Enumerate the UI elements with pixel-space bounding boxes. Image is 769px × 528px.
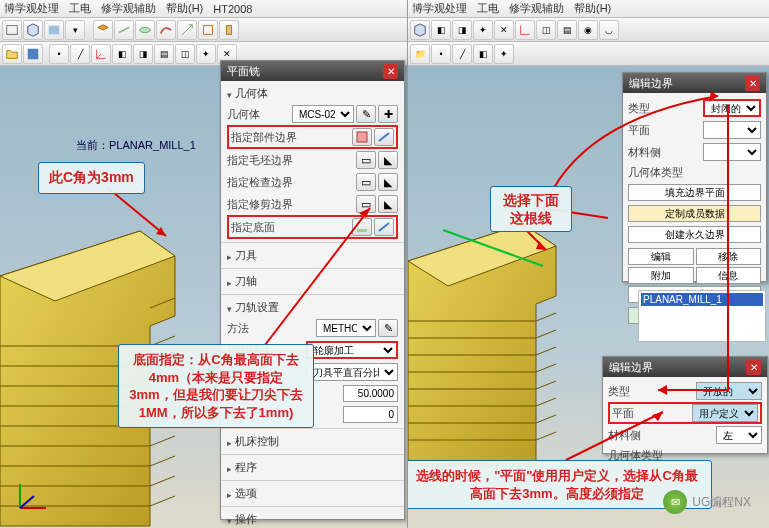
close-icon[interactable]: ✕ [746, 360, 761, 375]
tool-generic-icon[interactable]: ▤ [557, 20, 577, 40]
current-op: 当前：PLANAR_MILL_1 [76, 138, 196, 153]
part-select-icon[interactable] [352, 128, 372, 146]
menu-item[interactable]: HT2008 [213, 3, 252, 15]
watermark: ✉ UG编程NX [663, 490, 751, 514]
tool-axis-icon[interactable] [177, 20, 197, 40]
sect-opt[interactable]: 选项 [227, 484, 398, 503]
sect-geometry[interactable]: 几何体 [227, 84, 398, 103]
menu-item[interactable]: 博学观处理 [4, 1, 59, 16]
geom-new-icon[interactable]: ✚ [378, 105, 398, 123]
perm-boundary-button[interactable]: 创建永久边界 [628, 226, 761, 243]
tool-generic-icon[interactable]: ◨ [452, 20, 472, 40]
wechat-icon: ✉ [663, 490, 687, 514]
sect-prog[interactable]: 程序 [227, 458, 398, 477]
blank-select-icon[interactable]: ▭ [356, 151, 376, 169]
custom-member-button[interactable]: 定制成员数据 [628, 205, 761, 222]
remove-button[interactable]: 移除 [696, 248, 762, 265]
menu-item[interactable]: 工电 [69, 1, 91, 16]
sect-track[interactable]: 刀轨设置 [227, 298, 398, 317]
type-select[interactable]: 开放的 [696, 382, 762, 400]
tool-open-icon[interactable]: 📁 [410, 44, 430, 64]
menu-item[interactable]: 工电 [477, 1, 499, 16]
edit-boundary-panel-1: 编辑边界✕ 类型封闭的 平面 材料侧 几何体类型 填充边界平面 定制成员数据 创… [622, 72, 767, 282]
check-select-icon[interactable]: ▭ [356, 173, 376, 191]
tool-generic-icon[interactable]: ✦ [196, 44, 216, 64]
geom-edit-icon[interactable]: ✎ [356, 105, 376, 123]
floor-display-icon[interactable] [374, 218, 394, 236]
close-icon[interactable]: ✕ [745, 76, 760, 91]
tool-generic-icon[interactable]: ◫ [536, 20, 556, 40]
tool-axis-icon[interactable]: ✦ [473, 20, 493, 40]
fill-plane-button[interactable]: 填充边界平面 [628, 184, 761, 201]
tool-generic-icon[interactable]: ▤ [154, 44, 174, 64]
tool-cyl-icon[interactable] [219, 20, 239, 40]
type-select[interactable]: 封闭的 [703, 99, 761, 117]
tool-generic-icon[interactable]: ◫ [175, 44, 195, 64]
tool-generic-icon[interactable]: ◉ [578, 20, 598, 40]
trim-select-icon[interactable]: ▭ [356, 195, 376, 213]
tool-generic-icon[interactable]: ╱ [452, 44, 472, 64]
part-display-icon[interactable] [374, 128, 394, 146]
tool-generic-icon[interactable]: ◧ [473, 44, 493, 64]
tool-layer-icon[interactable] [93, 20, 113, 40]
lbl-plane: 平面 [612, 406, 634, 421]
tool-shaded-icon[interactable] [44, 20, 64, 40]
close-icon[interactable]: ✕ [383, 64, 398, 79]
plane-select[interactable] [703, 121, 761, 139]
svg-point-2 [140, 27, 151, 32]
plane-select[interactable]: 用户定义 [692, 404, 758, 422]
tool-cube-icon[interactable] [23, 20, 43, 40]
geom-select[interactable]: MCS-02 [292, 105, 354, 123]
tool-generic-icon[interactable]: • [431, 44, 451, 64]
tool-box-icon[interactable] [198, 20, 218, 40]
check-display-icon[interactable]: ◣ [378, 173, 398, 191]
tool-curve-icon[interactable]: ◡ [599, 20, 619, 40]
tool-plane-icon[interactable] [114, 20, 134, 40]
tool-generic-icon[interactable]: ◧ [431, 20, 451, 40]
floor-select-icon[interactable] [352, 218, 372, 236]
tool-wireframe-icon[interactable] [2, 20, 22, 40]
menu-item[interactable]: 修学观辅助 [101, 1, 156, 16]
op-navigator[interactable]: PLANAR_MILL_1 [638, 290, 766, 342]
addpass-input[interactable] [343, 406, 398, 423]
method-edit-icon[interactable]: ✎ [378, 319, 398, 337]
toolbar-1: ▾ [0, 18, 407, 42]
tool-csys-icon[interactable] [515, 20, 535, 40]
cutmode-select[interactable]: 轮廓加工 [306, 341, 398, 359]
tool-generic-icon[interactable]: ◨ [133, 44, 153, 64]
tool-save-icon[interactable] [23, 44, 43, 64]
tool-cube-icon[interactable] [410, 20, 430, 40]
tool-dropdown-icon[interactable]: ▾ [65, 20, 85, 40]
tool-line-icon[interactable]: ╱ [70, 44, 90, 64]
menu-item[interactable]: 帮助(H) [166, 1, 203, 16]
tool-generic-icon[interactable]: ◧ [112, 44, 132, 64]
blank-display-icon[interactable]: ◣ [378, 151, 398, 169]
menu-item[interactable]: 帮助(H) [574, 1, 611, 16]
tool-csys-icon[interactable] [91, 44, 111, 64]
tool-disc-icon[interactable] [135, 20, 155, 40]
info-button[interactable]: 信息 [696, 267, 762, 284]
toolbar-r2: 📁 • ╱ ◧ ✦ [408, 42, 769, 66]
sect-axis[interactable]: 刀轴 [227, 272, 398, 291]
method-select[interactable]: METHOD [316, 319, 376, 337]
sect-action[interactable]: 操作 [227, 510, 398, 528]
matside-select[interactable]: 左 [716, 426, 762, 444]
menu-item[interactable]: 博学观处理 [412, 1, 467, 16]
tool-point-icon[interactable]: • [49, 44, 69, 64]
append-button[interactable]: 附加 [628, 267, 694, 284]
lbl-part: 指定部件边界 [231, 130, 297, 145]
sect-mc[interactable]: 机床控制 [227, 432, 398, 451]
tool-generic-icon[interactable]: ✕ [494, 20, 514, 40]
step-select[interactable]: 刀具平直百分比 [306, 363, 398, 381]
tool-generic-icon[interactable]: ✦ [494, 44, 514, 64]
pct-input[interactable] [343, 385, 398, 402]
tool-open-icon[interactable] [2, 44, 22, 64]
edit-boundary-panel-2: 编辑边界✕ 类型开放的 平面用户定义 材料侧左 几何体类型 [602, 356, 768, 454]
nav-selected-item[interactable]: PLANAR_MILL_1 [641, 293, 763, 306]
menu-item[interactable]: 修学观辅助 [509, 1, 564, 16]
sect-tool[interactable]: 刀具 [227, 246, 398, 265]
matside-select[interactable] [703, 143, 761, 161]
tool-curve-icon[interactable] [156, 20, 176, 40]
trim-display-icon[interactable]: ◣ [378, 195, 398, 213]
edit-button[interactable]: 编辑 [628, 248, 694, 265]
